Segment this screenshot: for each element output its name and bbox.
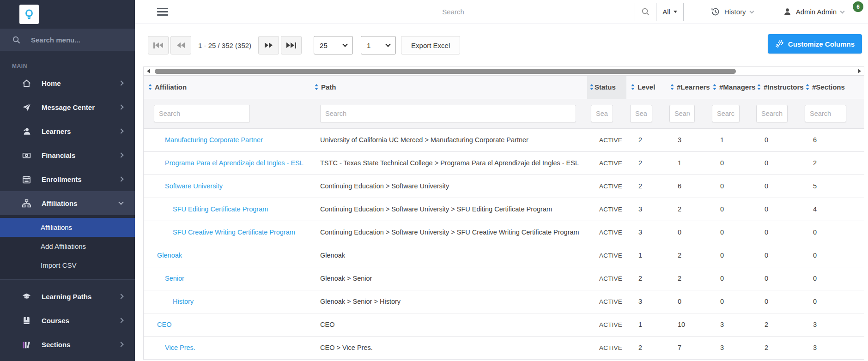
sort-icon <box>806 84 809 90</box>
sidebar-subitem-affiliations[interactable]: Affiliations <box>0 218 135 237</box>
sidebar-item-courses[interactable]: Courses <box>0 308 135 332</box>
topbar: All History Admin Admin <box>135 0 868 24</box>
filter-managers-input[interactable] <box>712 105 740 122</box>
next-page-button[interactable] <box>258 36 279 54</box>
learners-cell: 7 <box>666 336 708 359</box>
sections-cell: 0 <box>801 290 864 313</box>
learners-cell: 10 <box>666 313 708 336</box>
column-header-level[interactable]: Level <box>626 76 666 99</box>
status-cell: ACTIVE <box>587 336 626 359</box>
page-number-select[interactable]: 1 <box>361 36 396 54</box>
filter-status-input[interactable] <box>591 105 613 122</box>
filter-instructors-input[interactable] <box>756 105 788 122</box>
affiliation-link[interactable]: Vice Pres. <box>165 344 195 351</box>
app-logo[interactable] <box>19 5 39 24</box>
affiliation-link[interactable]: Programa Para el Aprendizaje del Ingles … <box>165 159 303 167</box>
filter-sections-input[interactable] <box>805 105 846 122</box>
search-icon <box>641 7 650 16</box>
sidebar-section-label: MAIN <box>0 51 135 71</box>
learners-cell: 0 <box>666 221 708 244</box>
affiliation-link[interactable]: SFU Creative Writing Certificate Program <box>173 229 295 236</box>
sidebar-search[interactable]: Search menu... <box>0 29 135 51</box>
sidebar-subitem-import-csv[interactable]: Import CSV <box>0 256 135 275</box>
affiliation-link[interactable]: History <box>173 298 194 305</box>
column-header-managers[interactable]: #Managers <box>708 76 753 99</box>
instructors-cell: 2 <box>753 313 801 336</box>
notification-badge[interactable]: 6 <box>853 1 863 12</box>
chevron-right-icon <box>118 80 123 85</box>
first-page-button[interactable] <box>148 36 169 54</box>
status-cell: ACTIVE <box>587 221 626 244</box>
scrollbar-track[interactable] <box>153 67 855 75</box>
sections-cell: 4 <box>801 198 864 221</box>
column-header-instructors[interactable]: #Instructors <box>753 76 801 99</box>
sitemap-icon <box>21 199 31 208</box>
filter-affiliation-input[interactable] <box>154 105 250 122</box>
user-icon <box>783 7 792 16</box>
chevron-down-icon <box>749 9 754 13</box>
sections-cell: 0 <box>801 244 864 267</box>
affiliation-link[interactable]: Senior <box>165 275 184 282</box>
affiliation-link[interactable]: Software University <box>165 182 223 190</box>
sidebar-item-affiliations[interactable]: Affiliations <box>0 191 135 215</box>
sidebar-item-home[interactable]: Home <box>0 71 135 95</box>
path-cell: CEO <box>310 313 587 336</box>
sidebar-item-learning-paths[interactable]: Learning Paths <box>0 284 135 308</box>
sidebar-item-learners[interactable]: Learners <box>0 119 135 143</box>
sidebar-item-financials[interactable]: Financials <box>0 143 135 167</box>
learners-cell: 6 <box>666 174 708 198</box>
history-menu[interactable]: History <box>710 7 753 17</box>
sidebar-item-sections[interactable]: Sections <box>0 332 135 356</box>
path-cell: Glenoak <box>310 244 587 267</box>
customize-columns-button[interactable]: Customize Columns <box>768 34 862 54</box>
chevron-right-icon <box>118 318 123 323</box>
user-menu[interactable]: Admin Admin <box>783 7 844 16</box>
money-icon <box>21 150 31 160</box>
sort-icon <box>315 84 318 90</box>
sort-icon <box>757 84 761 90</box>
chevron-down-icon <box>385 42 390 47</box>
column-header-sections[interactable]: #Sections <box>801 76 864 99</box>
level-cell: 1 <box>626 244 666 267</box>
column-header-status[interactable]: Status <box>587 76 626 99</box>
scroll-left-icon[interactable] <box>147 69 150 73</box>
sidebar-item-message-center[interactable]: Message Center <box>0 95 135 119</box>
instructors-cell: 0 <box>753 267 801 290</box>
search-scope-dropdown[interactable]: All <box>656 3 684 21</box>
affiliation-link[interactable]: Manufacturing Corporate Partner <box>165 136 263 144</box>
level-cell: 1 <box>626 313 666 336</box>
sidebar-subitem-add-affiliations[interactable]: Add Affiliations <box>0 237 135 256</box>
affiliation-link[interactable]: SFU Editing Certificate Program <box>173 205 268 213</box>
filter-learners-input[interactable] <box>669 105 695 122</box>
learners-cell: 2 <box>666 198 708 221</box>
column-header-affiliation[interactable]: Affiliation <box>144 76 310 99</box>
sidebar-item-enrollments[interactable]: Enrollments <box>0 167 135 191</box>
managers-cell: 0 <box>708 151 753 174</box>
sections-cell: 2 <box>801 151 864 174</box>
level-cell: 3 <box>626 290 666 313</box>
global-search-input[interactable] <box>428 3 635 21</box>
managers-cell: 0 <box>708 174 753 198</box>
filter-level-input[interactable] <box>630 105 652 122</box>
filter-path-input[interactable] <box>320 105 576 122</box>
sort-icon <box>670 84 674 90</box>
chevron-right-icon <box>118 294 123 299</box>
instructors-cell: 0 <box>753 151 801 174</box>
column-header-path[interactable]: Path <box>310 76 587 99</box>
scrollbar-thumb[interactable] <box>155 69 736 74</box>
previous-page-button[interactable] <box>170 36 191 54</box>
sort-icon <box>631 84 635 90</box>
last-page-button[interactable] <box>281 36 302 54</box>
affiliation-link[interactable]: Glenoak <box>157 252 182 259</box>
hamburger-menu-icon[interactable] <box>157 6 168 18</box>
affiliation-link[interactable]: CEO <box>157 321 171 328</box>
scroll-right-icon[interactable] <box>858 69 861 73</box>
search-submit-button[interactable] <box>635 3 656 21</box>
managers-cell: 0 <box>708 267 753 290</box>
export-excel-button[interactable]: Export Excel <box>401 36 460 54</box>
table-row: CEO CEO ACTIVE 1 10 3 2 3 <box>144 313 864 336</box>
column-header-learners[interactable]: #Learners <box>666 76 708 99</box>
horizontal-scrollbar[interactable] <box>144 66 864 76</box>
page-size-select[interactable]: 25 <box>314 36 353 54</box>
table-row: Vice Pres. CEO > Vice Pres. ACTIVE 2 7 3… <box>144 336 864 359</box>
